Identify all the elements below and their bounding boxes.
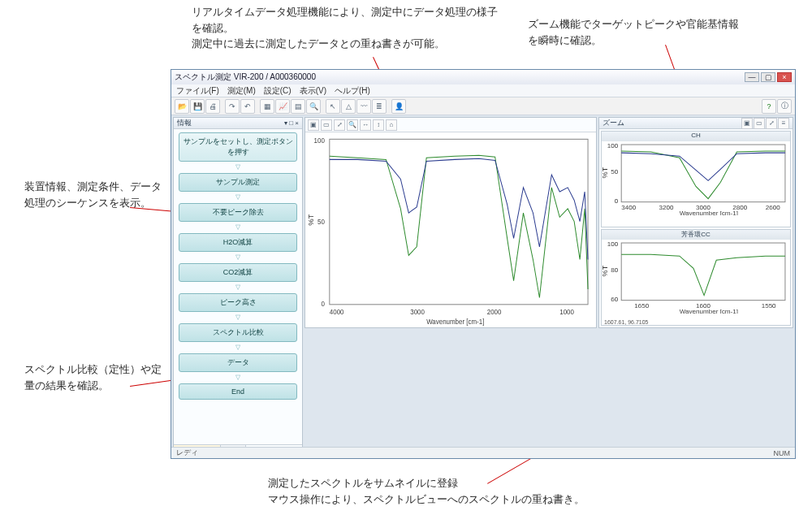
svg-text:Wavenumber [cm-1]: Wavenumber [cm-1] (426, 318, 484, 326)
menu-settings[interactable]: 設定(C) (264, 85, 292, 97)
tool-save-icon[interactable]: 💾 (190, 99, 205, 114)
maximize-button[interactable]: ▢ (761, 72, 775, 82)
svg-text:50: 50 (611, 168, 618, 175)
sequence-step[interactable]: サンプル測定 (179, 173, 297, 192)
sequence-step[interactable]: 不要ピーク除去 (179, 203, 297, 222)
tool-chart-icon[interactable]: 📈 (275, 99, 290, 114)
chart-tool-icon[interactable]: ⤢ (334, 119, 345, 131)
zoom-cursor-readout: 1607.61, 96.7105 (602, 319, 790, 325)
svg-text:100: 100 (607, 142, 619, 149)
svg-text:1550: 1550 (762, 302, 776, 309)
svg-text:4000: 4000 (330, 309, 344, 316)
menu-help[interactable]: ヘルプ(H) (335, 85, 370, 97)
titlebar[interactable]: スペクトル測定 VIR-200 / A000360000 — ▢ × (171, 70, 795, 84)
menu-file[interactable]: ファイル(F) (176, 85, 219, 97)
tool-baseline-icon[interactable]: 〰 (356, 99, 371, 114)
svg-text:2600: 2600 (766, 204, 780, 211)
chart-tool-icon[interactable]: ↔ (360, 119, 371, 131)
status-left: レディ (176, 448, 198, 458)
svg-text:Wavenumber [cm-1]: Wavenumber [cm-1] (680, 308, 738, 314)
menu-measure[interactable]: 測定(M) (227, 85, 256, 97)
annotation-top-center: リアルタイムデータ処理機能により、測定中にデータ処理の様子を確認。 測定中に過去… (192, 4, 500, 52)
svg-text:0: 0 (321, 301, 325, 308)
svg-text:%T: %T (602, 167, 609, 178)
svg-text:1000: 1000 (559, 309, 574, 316)
chart-tool-icon[interactable]: ↕ (373, 119, 384, 131)
svg-text:100: 100 (607, 240, 619, 248)
chart-tool-icon[interactable]: ▭ (321, 119, 332, 131)
zoom-tool-icon[interactable]: ≡ (778, 118, 789, 129)
tool-info-icon[interactable]: ⓘ (777, 99, 792, 114)
status-right: NUM (774, 449, 791, 457)
svg-text:60: 60 (611, 296, 618, 303)
svg-text:80: 80 (611, 266, 618, 274)
svg-text:3200: 3200 (659, 204, 674, 211)
tool-print-icon[interactable]: 🖨 (205, 99, 220, 114)
chart-tool-icon[interactable]: ▣ (308, 119, 319, 131)
main-spectrum-panel: ▣ ▭ ⤢ 🔍 ↔ ↕ ⌂ %T 100 50 0 4000 3000 2000 (304, 117, 597, 328)
zoom-chart-ch[interactable]: CH %T 100 50 0 3400 3200 3000 2800 2600 … (601, 131, 791, 227)
tool-peak-icon[interactable]: △ (341, 99, 356, 114)
zoom-panel-title: ズーム (603, 118, 624, 128)
annotation-top-right: ズーム機能でターゲットピークや官能基情報を瞬時に確認。 (528, 16, 739, 48)
sequence-step[interactable]: CO2減算 (179, 263, 297, 282)
zoom-tool-icon[interactable]: ⤢ (766, 118, 777, 129)
svg-rect-0 (330, 139, 588, 304)
sequence-step[interactable]: H2O減算 (179, 233, 297, 252)
svg-text:100: 100 (314, 136, 326, 144)
sequence-header[interactable]: サンプルをセットし、測定ボタンを押す (179, 132, 297, 162)
svg-rect-21 (621, 243, 785, 301)
sequence-panel-title: 情報 (177, 118, 192, 128)
svg-text:50: 50 (317, 219, 325, 226)
chart-tool-icon[interactable]: ⌂ (386, 119, 397, 131)
tool-grid-icon[interactable]: ▦ (260, 99, 274, 114)
main-toolbar: 📂 💾 🖨 ↷ ↶ ▦ 📈 ▤ 🔍 ↖ △ 〰 ≣ 👤 ? ⓘ (171, 97, 795, 115)
main-spectrum-chart[interactable]: %T 100 50 0 4000 3000 2000 1000 Wavenumb… (305, 132, 596, 327)
tool-open-icon[interactable]: 📂 (175, 99, 189, 114)
tool-cursor-icon[interactable]: ↖ (326, 99, 340, 114)
app-title: スペクトル測定 VIR-200 / A000360000 (175, 71, 316, 83)
tool-layers-icon[interactable]: ≣ (372, 99, 387, 114)
statusbar: レディ NUM (171, 447, 795, 458)
tool-help-icon[interactable]: ? (762, 99, 776, 114)
menu-view[interactable]: 表示(V) (300, 85, 326, 97)
sequence-panel: 情報▾ □ × サンプルをセットし、測定ボタンを押す ▽ サンプル測定▽ 不要ピ… (173, 117, 303, 447)
tool-undo-icon[interactable]: ↶ (240, 99, 255, 114)
svg-text:2000: 2000 (487, 309, 502, 316)
zoom-tool-icon[interactable]: ▣ (741, 118, 753, 129)
close-button[interactable]: × (777, 72, 792, 82)
tool-table-icon[interactable]: ▤ (291, 99, 305, 114)
annotation-left-bottom: スペクトル比較（定性）や定量の結果を確認。 (24, 361, 162, 393)
tool-redo-icon[interactable]: ↷ (225, 99, 240, 114)
svg-text:1650: 1650 (634, 302, 649, 309)
zoom-panel: ズーム ▣ ▭ ⤢ ≡ CH %T 100 50 0 (598, 117, 793, 328)
sequence-step[interactable]: データ (179, 353, 297, 372)
sequence-step[interactable]: スペクトル比較 (179, 323, 297, 342)
zoom-chart-aromatic[interactable]: 芳香環CC %T 100 80 60 1650 1600 1550 Wavenu… (601, 229, 791, 326)
annotation-bottom: 測定したスペクトルをサムネイルに登録 マウス操作により、スペクトルビューへのスペ… (268, 475, 690, 507)
tool-zoom-icon[interactable]: 🔍 (306, 99, 321, 114)
svg-text:%T: %T (602, 265, 609, 276)
tool-user-icon[interactable]: 👤 (391, 99, 406, 114)
svg-text:0: 0 (615, 197, 619, 205)
svg-text:%T: %T (307, 214, 315, 225)
chart-tool-icon[interactable]: 🔍 (347, 119, 358, 131)
svg-text:3400: 3400 (621, 204, 636, 211)
app-window: スペクトル測定 VIR-200 / A000360000 — ▢ × ファイル(… (171, 69, 796, 459)
sequence-step[interactable]: ピーク高さ (179, 293, 297, 312)
svg-text:Wavenumber [cm-1]: Wavenumber [cm-1] (680, 210, 738, 215)
zoom-tool-icon[interactable]: ▭ (754, 118, 765, 129)
menubar: ファイル(F) 測定(M) 設定(C) 表示(V) ヘルプ(H) (171, 84, 795, 97)
minimize-button[interactable]: — (745, 72, 759, 82)
sequence-step-end[interactable]: End (179, 383, 297, 400)
svg-text:3000: 3000 (410, 309, 425, 316)
annotation-left-mid: 装置情報、測定条件、データ処理のシーケンスを表示。 (24, 179, 162, 210)
